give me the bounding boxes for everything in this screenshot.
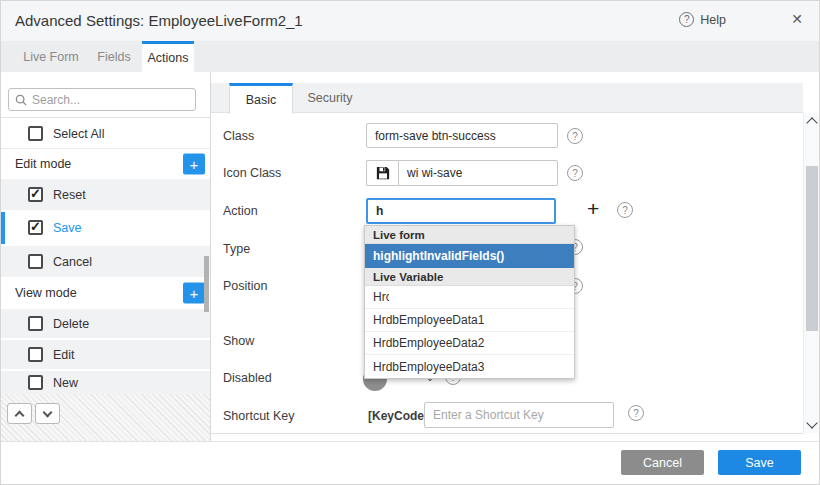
scroll-down-icon[interactable] bbox=[806, 417, 817, 428]
help-button[interactable]: ? Help bbox=[679, 12, 726, 27]
shortcut-help-icon[interactable]: ? bbox=[628, 405, 644, 421]
sidebar-item-label: Edit bbox=[53, 348, 75, 362]
sidebar-item-select-all[interactable]: Select All bbox=[1, 119, 210, 149]
close-icon[interactable]: ✕ bbox=[791, 11, 803, 27]
action-help-icon[interactable]: ? bbox=[617, 202, 633, 218]
tab-fields[interactable]: Fields bbox=[91, 41, 137, 72]
sidebar-item-save[interactable]: Save bbox=[1, 212, 210, 244]
checkbox-unchecked-icon[interactable] bbox=[28, 347, 43, 362]
action-input[interactable] bbox=[366, 198, 556, 224]
chevron-up-icon bbox=[15, 410, 25, 420]
search-icon bbox=[15, 94, 27, 106]
shortcut-key-input[interactable] bbox=[424, 402, 614, 428]
action-label: Action bbox=[223, 204, 258, 218]
sidebar-item-label: Save bbox=[53, 221, 82, 235]
sidebar-scrollbar-thumb[interactable] bbox=[204, 256, 209, 312]
icon-preview-box bbox=[366, 160, 398, 186]
search-input[interactable] bbox=[32, 93, 182, 107]
position-input-overlap bbox=[389, 286, 520, 307]
class-input[interactable] bbox=[366, 123, 558, 148]
plus-icon: + bbox=[190, 286, 199, 301]
scroll-up-icon[interactable] bbox=[806, 117, 817, 128]
checkbox-checked-icon[interactable] bbox=[28, 220, 43, 235]
checkbox-unchecked-icon[interactable] bbox=[28, 254, 43, 269]
sidebar-item-edit[interactable]: Edit bbox=[1, 340, 210, 369]
checkbox-unchecked-icon[interactable] bbox=[28, 375, 43, 390]
type-label: Type bbox=[223, 242, 250, 256]
sidebar-section-edit-mode: Edit mode + bbox=[1, 149, 210, 179]
help-icon: ? bbox=[679, 12, 694, 27]
position-label: Position bbox=[223, 279, 267, 293]
sidebar-item-label: Select All bbox=[53, 127, 104, 141]
tab-basic[interactable]: Basic bbox=[229, 83, 293, 114]
section-label: Edit mode bbox=[15, 157, 71, 171]
main-tabbar: Live Form Fields Actions bbox=[1, 41, 820, 72]
icon-class-help-icon[interactable]: ? bbox=[567, 165, 583, 181]
sidebar-item-new[interactable]: New bbox=[1, 371, 210, 394]
sidebar-item-label: New bbox=[53, 376, 78, 390]
chevron-down-icon bbox=[43, 407, 53, 417]
search-box[interactable] bbox=[8, 88, 196, 111]
sidebar-section-view-mode: View mode + bbox=[1, 278, 210, 308]
checkbox-unchecked-icon[interactable] bbox=[28, 316, 43, 331]
tab-live-form[interactable]: Live Form bbox=[15, 41, 87, 72]
class-help-icon[interactable]: ? bbox=[567, 128, 583, 144]
class-label: Class bbox=[223, 129, 254, 143]
dropdown-group-live-form: Live form bbox=[365, 226, 574, 244]
plus-icon: + bbox=[190, 157, 199, 172]
panel-scrollbar[interactable] bbox=[803, 113, 820, 433]
dialog-header: Advanced Settings: EmployeeLiveForm2_1 ?… bbox=[1, 1, 820, 41]
sidebar-item-label: Cancel bbox=[53, 255, 92, 269]
show-label: Show bbox=[223, 334, 254, 348]
tab-actions[interactable]: Actions bbox=[142, 41, 194, 72]
dropdown-group-live-variable: Live Variable bbox=[365, 268, 574, 286]
move-up-button[interactable] bbox=[7, 403, 32, 424]
add-view-mode-action-button[interactable]: + bbox=[183, 283, 205, 304]
sidebar-item-reset[interactable]: Reset bbox=[1, 179, 210, 210]
checkbox-unchecked-icon[interactable] bbox=[28, 126, 43, 141]
checkbox-checked-icon[interactable] bbox=[28, 187, 43, 202]
cancel-button[interactable]: Cancel bbox=[621, 450, 704, 475]
sidebar-footer-area bbox=[1, 394, 210, 441]
sidebar-item-label: Reset bbox=[53, 188, 86, 202]
scrollbar-thumb[interactable] bbox=[806, 166, 818, 331]
tab-security[interactable]: Security bbox=[295, 83, 365, 113]
save-button[interactable]: Save bbox=[718, 450, 801, 475]
advanced-settings-dialog: Advanced Settings: EmployeeLiveForm2_1 ?… bbox=[0, 0, 820, 485]
shortcut-key-label: Shortcut Key bbox=[223, 409, 295, 423]
dropdown-item-selected[interactable]: highlightInvalidFields() bbox=[365, 244, 574, 268]
sidebar-item-delete[interactable]: Delete bbox=[1, 309, 210, 338]
settings-panel: Basic Security Class ? Icon Class ? Acti… bbox=[211, 72, 820, 441]
sidebar-item-cancel[interactable]: Cancel bbox=[1, 246, 210, 277]
dropdown-item[interactable]: HrdbEmployeeData2 bbox=[365, 332, 574, 355]
dropdown-item[interactable]: HrdbEmployeeData1 bbox=[365, 309, 574, 332]
actions-sidebar: Select All Edit mode + Reset Save Cancel… bbox=[1, 72, 211, 441]
icon-class-label: Icon Class bbox=[223, 166, 281, 180]
add-edit-mode-action-button[interactable]: + bbox=[183, 154, 205, 175]
panel-tabbar: Basic Security bbox=[211, 83, 803, 113]
dialog-body: Select All Edit mode + Reset Save Cancel… bbox=[1, 72, 820, 441]
disabled-label: Disabled bbox=[223, 371, 272, 385]
icon-class-input[interactable] bbox=[398, 160, 558, 186]
page-title: Advanced Settings: EmployeeLiveForm2_1 bbox=[15, 12, 303, 29]
help-label: Help bbox=[700, 13, 726, 27]
move-down-button[interactable] bbox=[35, 403, 60, 424]
dialog-footer: Cancel Save bbox=[1, 441, 820, 485]
add-action-variable-icon[interactable]: + bbox=[587, 198, 599, 219]
divider bbox=[211, 433, 803, 434]
section-label: View mode bbox=[15, 286, 77, 300]
save-icon bbox=[376, 166, 390, 180]
divider bbox=[1, 117, 211, 118]
sidebar-item-label: Delete bbox=[53, 317, 89, 331]
dropdown-item[interactable]: HrdbEmployeeData3 bbox=[365, 355, 574, 378]
